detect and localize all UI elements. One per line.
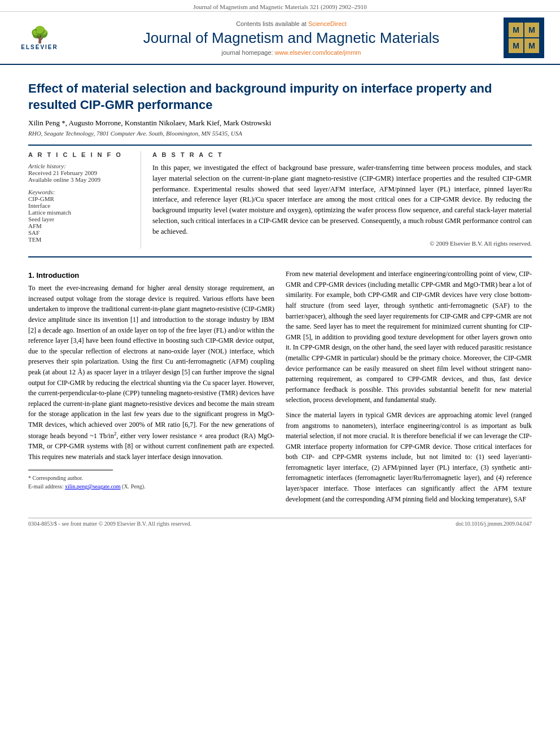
article-title: Effect of material selection and backgro…: [28, 81, 532, 113]
affiliation: RHO, Seagate Technology, 7801 Computer A…: [28, 130, 532, 137]
citation-bar: Journal of Magnetism and Magnetic Materi…: [0, 0, 560, 12]
jmmm-m4: M: [524, 38, 539, 53]
jmmm-grid: M M M M: [506, 20, 541, 55]
history-label: Article history:: [28, 163, 132, 169]
journal-logo-box: M M M M: [504, 18, 544, 58]
keywords-label: Keywords:: [28, 189, 132, 195]
authors-text: Xilin Peng *, Augusto Morrone, Konstanti…: [28, 119, 271, 127]
received-date: Received 21 February 2009: [28, 169, 132, 176]
footnote-corresponding: * Corresponding author.: [28, 474, 274, 482]
divider-bottom: [28, 256, 532, 257]
email-suffix: (X. Peng).: [122, 483, 145, 490]
footnote-email: E-mail address: xilin.peng@seagate.com (…: [28, 482, 274, 491]
header-right: M M M M: [504, 18, 549, 58]
sciencedirect-link: Contents lists available at ScienceDirec…: [79, 20, 504, 27]
email-prefix: E-mail address:: [28, 483, 65, 490]
body-col-right: From new material development and interf…: [286, 269, 532, 509]
copyright-line: © 2009 Elsevier B.V. All rights reserved…: [152, 240, 532, 247]
right-para-1: From new material development and interf…: [286, 269, 532, 405]
available-date: Available online 3 May 2009: [28, 176, 132, 183]
citation-text: Journal of Magnetism and Magnetic Materi…: [193, 3, 366, 10]
footnote-divider: [28, 470, 113, 470]
page-container: Journal of Magnetism and Magnetic Materi…: [0, 0, 560, 538]
keyword-4: Seed layer: [28, 216, 132, 222]
article-info-col: A R T I C L E I N F O Article history: R…: [28, 151, 141, 248]
keyword-7: TEM: [28, 236, 132, 243]
elsevier-label: ELSEVIER: [21, 44, 58, 50]
journal-title: Journal of Magnetism and Magnetic Materi…: [79, 29, 504, 47]
info-abstract-section: A R T I C L E I N F O Article history: R…: [28, 151, 532, 248]
keyword-3: Lattice mismatch: [28, 209, 132, 216]
abstract-col: A B S T R A C T In this paper, we invest…: [152, 151, 532, 248]
right-para-2: Since the material layers in typical GMR…: [286, 410, 532, 504]
keyword-1: CIP-GMR: [28, 195, 132, 202]
footer-bar: 0304-8853/$ - see front matter © 2009 El…: [28, 518, 532, 527]
footer-right: doi:10.1016/j.jmmm.2009.04.047: [456, 521, 532, 527]
authors: Xilin Peng *, Augusto Morrone, Konstanti…: [28, 119, 532, 128]
jmmm-m2: M: [524, 23, 539, 37]
elsevier-tree-icon: 🌳: [30, 25, 50, 44]
article-content: Effect of material selection and backgro…: [0, 65, 560, 538]
intro-number: 1.: [28, 271, 34, 279]
keyword-2: Interface: [28, 202, 132, 209]
jmmm-m1: M: [509, 23, 523, 37]
sciencedirect-prefix: Contents lists available at: [236, 20, 307, 27]
keyword-5: AFM: [28, 222, 132, 229]
article-history-group: Article history: Received 21 February 20…: [28, 163, 132, 183]
body-col-left: 1. Introduction To meet the ever-increas…: [28, 269, 274, 509]
header-center: Contents lists available at ScienceDirec…: [79, 20, 504, 56]
homepage-link[interactable]: www.elsevier.com/locate/jmmm: [275, 49, 361, 56]
article-info-heading: A R T I C L E I N F O: [28, 151, 132, 158]
journal-header: 🌳 ELSEVIER Contents lists available at S…: [0, 12, 560, 65]
email-link[interactable]: xilin.peng@seagate.com: [65, 483, 121, 490]
elsevier-logo: 🌳 ELSEVIER: [11, 21, 68, 55]
article-body: 1. Introduction To meet the ever-increas…: [28, 269, 532, 509]
footer-left: 0304-8853/$ - see front matter © 2009 El…: [28, 521, 191, 527]
jmmm-m3: M: [509, 38, 523, 53]
intro-para-1: To meet the ever-increasing demand for h…: [28, 283, 274, 462]
header-left: 🌳 ELSEVIER: [11, 21, 79, 55]
intro-title: Introduction: [36, 271, 79, 279]
abstract-heading: A B S T R A C T: [152, 151, 532, 158]
divider-top: [28, 145, 532, 146]
intro-heading: 1. Introduction: [28, 271, 274, 279]
abstract-text: In this paper, we investigated the effec…: [152, 163, 532, 237]
sciencedirect-anchor[interactable]: ScienceDirect: [308, 20, 347, 27]
journal-homepage: journal homepage: www.elsevier.com/locat…: [79, 49, 504, 56]
keyword-6: SAF: [28, 229, 132, 236]
keywords-group: Keywords: CIP-GMR Interface Lattice mism…: [28, 189, 132, 243]
